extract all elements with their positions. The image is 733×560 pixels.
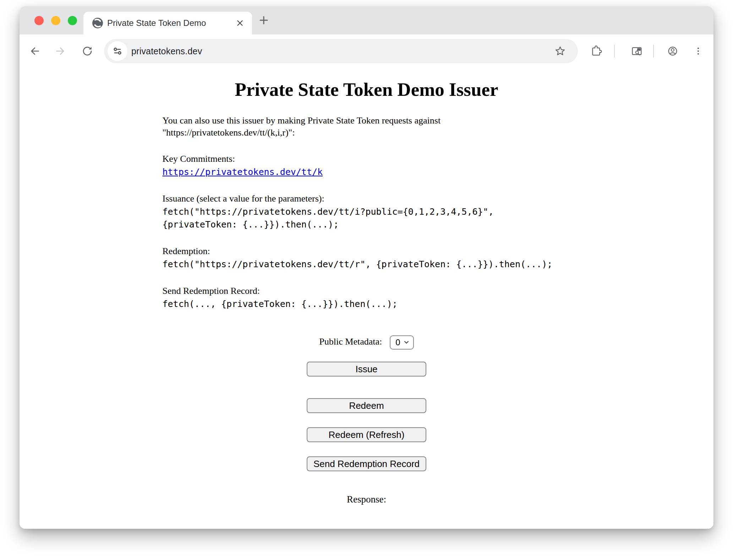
public-metadata-label: Public Metadata: bbox=[319, 336, 382, 347]
issuance-section: Issuance (select a value for the paramet… bbox=[163, 193, 571, 231]
chevron-down-icon bbox=[404, 341, 409, 344]
intro-text: You can also use this issuer by making P… bbox=[163, 115, 571, 139]
response-label: Response: bbox=[163, 494, 571, 505]
window-controls bbox=[34, 16, 77, 25]
browser-tab[interactable]: Private State Token Demo bbox=[83, 12, 252, 34]
desktop-background: Private State Token Demo bbox=[0, 0, 733, 560]
issuance-code: fetch("https://privatetokens.dev/tt/i?pu… bbox=[163, 205, 571, 231]
close-window-button[interactable] bbox=[34, 16, 44, 25]
section-label: Issuance (select a value for the paramet… bbox=[163, 193, 571, 205]
toolbar-divider bbox=[653, 45, 654, 57]
redeem-button[interactable]: Redeem bbox=[307, 398, 426, 413]
extensions-icon[interactable] bbox=[590, 45, 602, 57]
key-commitments-section: Key Commitments: https://privatetokens.d… bbox=[163, 153, 571, 179]
toolbar-divider bbox=[614, 45, 615, 57]
demo-form: Public Metadata:0 Issue Redeem Redeem (R… bbox=[163, 335, 571, 505]
send-redemption-record-button[interactable]: Send Redemption Record bbox=[307, 456, 426, 471]
browser-toolbar: privatetokens.dev bbox=[20, 34, 713, 68]
profile-avatar-icon[interactable] bbox=[667, 45, 679, 57]
back-button[interactable] bbox=[29, 45, 41, 57]
section-label: Redemption: bbox=[163, 245, 571, 257]
forward-button[interactable] bbox=[54, 45, 66, 57]
reload-button[interactable] bbox=[81, 45, 93, 57]
key-commitments-link[interactable]: https://privatetokens.dev/tt/k bbox=[163, 166, 323, 179]
redemption-section: Redemption: fetch("https://privatetokens… bbox=[163, 245, 571, 271]
site-settings-icon[interactable] bbox=[108, 41, 127, 61]
browser-menu-icon[interactable] bbox=[692, 45, 704, 57]
bookmark-star-icon[interactable] bbox=[554, 45, 566, 57]
fullscreen-window-button[interactable] bbox=[68, 16, 77, 25]
public-metadata-row: Public Metadata:0 bbox=[163, 335, 571, 350]
redeem-refresh-button[interactable]: Redeem (Refresh) bbox=[307, 427, 426, 442]
tab-title: Private State Token Demo bbox=[107, 18, 206, 28]
redemption-code: fetch("https://privatetokens.dev/tt/r", … bbox=[163, 258, 571, 271]
url-text[interactable]: privatetokens.dev bbox=[131, 46, 202, 56]
tab-close-icon[interactable] bbox=[236, 19, 244, 27]
minimize-window-button[interactable] bbox=[51, 16, 60, 25]
section-label: Key Commitments: bbox=[163, 153, 571, 165]
page-content: Private State Token Demo Issuer You can … bbox=[20, 68, 713, 529]
side-panel-search-icon[interactable] bbox=[631, 45, 643, 57]
send-redemption-record-code: fetch(..., {privateToken: {...}}).then(.… bbox=[163, 298, 571, 311]
browser-window: Private State Token Demo bbox=[20, 6, 713, 529]
globe-favicon-icon bbox=[92, 18, 103, 28]
issue-button[interactable]: Issue bbox=[307, 362, 426, 377]
section-label: Send Redemption Record: bbox=[163, 285, 571, 297]
send-redemption-record-section: Send Redemption Record: fetch(..., {priv… bbox=[163, 285, 571, 311]
tab-strip: Private State Token Demo bbox=[20, 6, 713, 34]
page-title: Private State Token Demo Issuer bbox=[163, 78, 571, 100]
public-metadata-selected-value: 0 bbox=[395, 337, 400, 347]
public-metadata-select[interactable]: 0 bbox=[390, 335, 414, 350]
url-bar[interactable]: privatetokens.dev bbox=[104, 39, 578, 63]
new-tab-button[interactable] bbox=[258, 14, 270, 26]
